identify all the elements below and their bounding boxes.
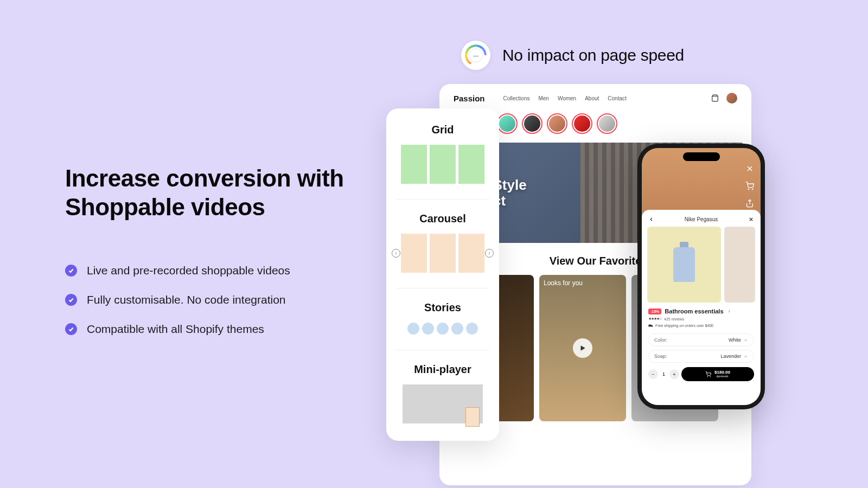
close-icon[interactable] [748,216,754,222]
chevron-down-icon [743,338,748,343]
svg-point-5 [752,189,753,189]
feature-item: Compatible with all Shopify themes [65,323,347,336]
product-image[interactable] [647,227,721,303]
option-value: Lavender [720,354,741,359]
layout-option-miniplayer[interactable]: Mini-player [396,363,489,423]
hero-title-line2: Shoppable videos [65,194,265,220]
star-icon: ★★★★☆ [648,317,662,321]
add-to-cart-bar: − 1 + $180.00 $240.00 [648,367,754,381]
chevron-right-icon [727,309,731,313]
story-bubble[interactable] [522,113,542,134]
shipping-text: Free shipping on orders over $400 [655,324,713,328]
cart-icon[interactable] [745,182,754,190]
story-bubble[interactable] [547,113,567,134]
truck-icon [648,323,653,328]
product-sheet: Nike Pegasus -10% Bathroom essentials ★★… [642,210,761,405]
video-thumbnail[interactable]: Looks for you [539,275,626,421]
color-selector[interactable]: Color: White [648,333,754,346]
chevron-left-icon[interactable]: ‹ [392,249,400,258]
feature-item: Fully customisable. No code integration [65,293,347,306]
speed-gauge-value: — [469,48,483,62]
check-icon [65,323,77,335]
speed-text: No impact on page speed [502,46,684,65]
feature-item: Live and pre-recorded shoppable videos [65,264,347,277]
cart-icon[interactable] [711,94,719,102]
cart-icon [705,371,711,377]
decrement-button[interactable]: − [648,369,658,379]
miniplayer-preview [403,384,483,423]
feature-text: Fully customisable. No code integration [87,293,286,306]
discount-badge: -10% [648,309,661,314]
svg-marker-1 [581,345,585,350]
nav-link[interactable]: Women [558,95,576,101]
site-logo[interactable]: Passion [454,94,485,103]
video-label: Looks for you [544,279,583,287]
hero-title: Increase conversion with Shoppable video… [65,164,347,222]
product-image[interactable] [724,227,755,303]
share-icon[interactable] [745,199,754,208]
layout-title: Mini-player [396,363,489,376]
nav-link[interactable]: Collections [503,95,530,101]
layout-option-stories[interactable]: Stories [396,301,489,335]
stories-preview [396,323,489,335]
reviews-count: 425 reviews [664,317,684,321]
overlay-actions [745,164,754,208]
layout-title: Stories [396,301,489,314]
sheet-title: Nike Pegasus [685,216,718,222]
speed-badge-section: — No impact on page speed [461,41,684,70]
feature-text: Live and pre-recorded shoppable videos [87,264,290,277]
nav-link[interactable]: Contact [608,95,626,101]
feature-list: Live and pre-recorded shoppable videos F… [65,264,347,336]
check-icon [65,294,77,306]
carousel-preview: ‹ › [396,234,489,273]
soap-selector[interactable]: Soap: Lavender [648,350,754,363]
story-bubble[interactable] [497,113,518,134]
story-bubble[interactable] [572,113,592,134]
add-to-cart-button[interactable]: $180.00 $240.00 [681,367,754,381]
grid-preview [396,145,489,184]
speed-gauge-icon: — [461,41,490,70]
rating: ★★★★☆ 425 reviews [648,317,754,321]
option-label: Soap: [654,354,667,359]
check-icon [65,265,77,277]
close-icon[interactable] [745,164,754,173]
site-nav: Collections Men Women About Contact [503,95,627,101]
play-icon[interactable] [573,338,592,358]
layout-title: Carousel [396,213,489,225]
increment-button[interactable]: + [669,369,679,379]
option-label: Color: [654,337,667,343]
phone-mockup: Nike Pegasus -10% Bathroom essentials ★★… [637,144,765,409]
product-gallery[interactable] [647,227,755,303]
chevron-down-icon [743,354,748,359]
svg-point-4 [748,189,749,189]
feature-text: Compatible with all Shopify themes [87,323,264,336]
hero-section: Increase conversion with Shoppable video… [65,164,347,352]
shipping-info: Free shipping on orders over $400 [648,323,754,328]
price-old: $240.00 [717,375,729,378]
option-value: White [729,337,741,343]
nav-link[interactable]: About [585,95,599,101]
story-bubble[interactable] [597,113,617,134]
product-name[interactable]: Bathroom essentials [665,308,723,314]
svg-point-11 [710,376,711,377]
hero-title-line1: Increase conversion with [65,165,344,191]
avatar[interactable] [726,93,737,104]
chevron-right-icon[interactable]: › [485,249,494,258]
site-header: Passion Collections Men Women About Cont… [439,93,751,110]
layout-title: Grid [396,124,489,136]
svg-point-10 [707,376,708,377]
layout-option-grid[interactable]: Grid [396,124,489,184]
layouts-card: Grid Carousel ‹ › Stories Mini-player [386,108,499,441]
price: $180.00 [714,370,730,375]
header-actions [711,93,737,104]
nav-link[interactable]: Men [538,95,548,101]
chevron-left-icon[interactable] [648,216,654,222]
svg-rect-9 [648,325,652,327]
layout-option-carousel[interactable]: Carousel ‹ › [396,213,489,273]
quantity-value: 1 [660,371,667,377]
